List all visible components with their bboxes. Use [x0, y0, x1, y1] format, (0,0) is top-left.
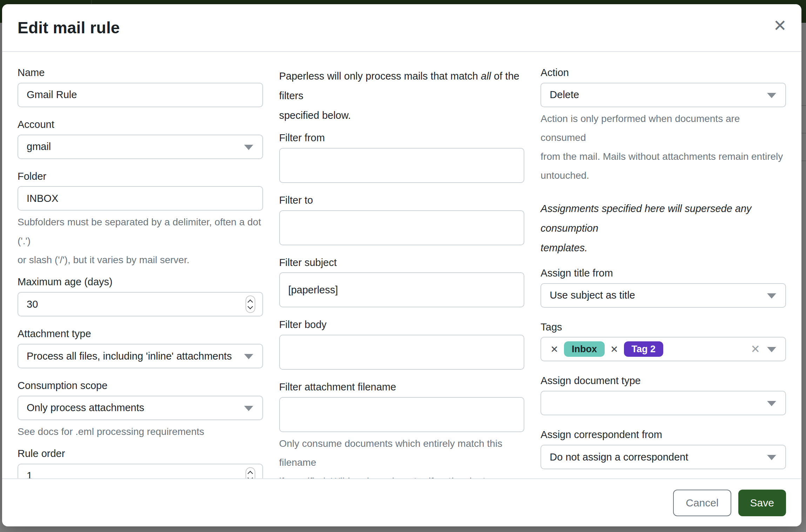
column-filters: Paperless will only process mails that m…	[279, 67, 525, 478]
attachment-type-label: Attachment type	[18, 328, 263, 340]
filter-from-label: Filter from	[279, 132, 525, 144]
edit-mail-rule-dialog: Edit mail rule ✕ Name Account gmail Fold…	[2, 4, 801, 526]
consumption-scope-select[interactable]: Only process attachments	[18, 396, 263, 420]
rule-order-input[interactable]	[18, 464, 263, 478]
assignments-note: Assignments specified here will supersed…	[540, 199, 786, 258]
filter-attachment-filename-label: Filter attachment filename	[279, 381, 525, 393]
assign-document-type-select[interactable]	[540, 391, 786, 415]
stepper-down-icon[interactable]	[248, 304, 253, 309]
dialog-title: Edit mail rule	[18, 18, 120, 37]
filters-intro-text: Paperless will only process mails that m…	[279, 70, 481, 82]
chevron-down-icon	[767, 293, 776, 299]
tag-pill-inbox: Inbox	[564, 341, 605, 357]
remove-tag-icon[interactable]: ✕	[548, 344, 561, 355]
filter-to-input[interactable]	[279, 210, 525, 245]
stepper-down-icon[interactable]	[248, 475, 253, 478]
filter-subject-label: Filter subject	[279, 257, 525, 269]
chevron-down-icon	[244, 354, 253, 359]
number-stepper[interactable]	[246, 467, 255, 478]
save-button[interactable]: Save	[738, 490, 786, 516]
tag-pill-tag2: Tag 2	[624, 341, 664, 357]
chevron-down-icon	[244, 145, 253, 150]
chevron-down-icon	[244, 406, 253, 411]
assign-title-from-value: Use subject as title	[550, 289, 635, 301]
dialog-footer: Cancel Save	[2, 478, 801, 526]
filter-body-input[interactable]	[279, 335, 525, 370]
account-label: Account	[18, 118, 263, 131]
action-value: Delete	[550, 89, 579, 101]
filter-subject-input[interactable]	[279, 272, 525, 307]
rule-order-label: Rule order	[18, 448, 263, 460]
max-age-input[interactable]	[18, 292, 263, 316]
column-general: Name Account gmail Folder Subfolders mus…	[18, 67, 263, 478]
action-hint: Action is only performed when documents …	[540, 109, 786, 185]
cancel-button[interactable]: Cancel	[673, 490, 731, 516]
max-age-label: Maximum age (days)	[18, 276, 263, 288]
filter-body-label: Filter body	[279, 319, 525, 331]
account-value: gmail	[27, 141, 51, 152]
assign-correspondent-from-select[interactable]: Do not assign a correspondent	[540, 445, 786, 469]
action-select[interactable]: Delete	[540, 83, 786, 107]
action-label: Action	[540, 67, 786, 79]
tags-label: Tags	[540, 321, 786, 333]
consumption-scope-value: Only process attachments	[27, 402, 144, 414]
consumption-scope-hint: See docs for .eml processing requirement…	[18, 422, 263, 441]
close-icon[interactable]: ✕	[773, 18, 787, 34]
column-actions: Action Delete Action is only performed w…	[540, 67, 786, 478]
dialog-header: Edit mail rule ✕	[2, 4, 801, 52]
remove-tag-icon[interactable]: ✕	[607, 344, 621, 355]
filters-intro: Paperless will only process mails that m…	[279, 67, 525, 125]
background-table-row-line	[801, 133, 806, 134]
chevron-down-icon	[767, 401, 776, 406]
background-table-row-line	[801, 161, 806, 161]
filters-intro-emphasis: all	[481, 70, 491, 82]
assign-title-from-select[interactable]: Use subject as title	[540, 283, 786, 308]
assign-document-type-label: Assign document type	[540, 375, 786, 387]
folder-input[interactable]	[18, 186, 263, 211]
chevron-down-icon	[767, 93, 776, 98]
assign-correspondent-from-value: Do not assign a correspondent	[550, 451, 688, 463]
account-select[interactable]: gmail	[18, 135, 263, 159]
name-input[interactable]	[18, 83, 263, 107]
filter-to-label: Filter to	[279, 194, 525, 206]
clear-tags-icon[interactable]: ✕	[751, 342, 760, 356]
assign-title-from-label: Assign title from	[540, 267, 786, 279]
folder-label: Folder	[18, 170, 263, 183]
consumption-scope-label: Consumption scope	[18, 380, 263, 392]
name-label: Name	[18, 67, 263, 79]
filter-attachment-filename-hint: Only consume documents which entirely ma…	[279, 434, 525, 478]
attachment-type-select[interactable]: Process all files, including 'inline' at…	[18, 344, 263, 368]
chevron-down-icon	[767, 455, 776, 460]
number-stepper[interactable]	[246, 295, 255, 313]
attachment-type-value: Process all files, including 'inline' at…	[27, 350, 232, 362]
tags-select[interactable]: ✕ Inbox ✕ Tag 2 ✕	[540, 337, 786, 361]
chevron-down-icon	[767, 347, 776, 352]
assign-correspondent-from-label: Assign correspondent from	[540, 429, 786, 441]
dialog-body: Name Account gmail Folder Subfolders mus…	[2, 52, 801, 478]
background-table-row-line	[801, 105, 806, 106]
folder-hint: Subfolders must be separated by a delimi…	[18, 213, 263, 270]
filter-from-input[interactable]	[279, 148, 525, 183]
filter-attachment-filename-input[interactable]	[279, 397, 525, 432]
